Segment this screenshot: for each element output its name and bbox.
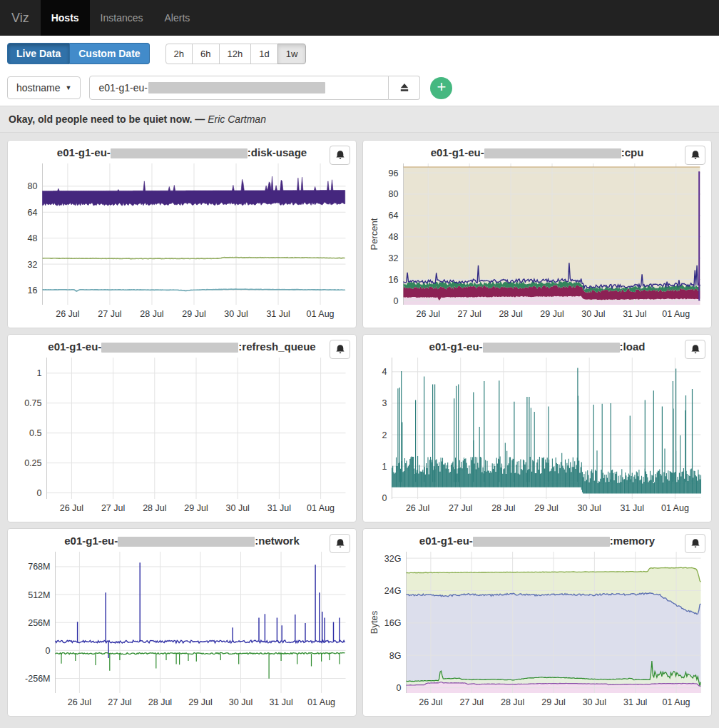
- custom-date-button[interactable]: Custom Date: [70, 43, 149, 64]
- redacted-hostname: [483, 343, 620, 353]
- alert-bell-button[interactable]: [685, 340, 705, 359]
- bell-icon: [690, 150, 701, 161]
- svg-text:0: 0: [397, 683, 402, 693]
- svg-text:48: 48: [389, 232, 399, 242]
- svg-text:27 Jul: 27 Jul: [460, 697, 484, 707]
- range-button-6h[interactable]: 6h: [192, 44, 219, 64]
- svg-text:1: 1: [37, 368, 42, 378]
- redacted-hostname: [473, 537, 610, 547]
- svg-text:30 Jul: 30 Jul: [581, 309, 605, 319]
- chart-title-metric: :network: [255, 535, 300, 547]
- load-hosts-button[interactable]: [389, 76, 420, 100]
- quote-bar: Okay, old people need to be quiet now. —…: [0, 106, 719, 133]
- svg-text:Percent: Percent: [369, 218, 379, 250]
- svg-text:0: 0: [37, 488, 42, 498]
- nav-tab-instances[interactable]: Instances: [90, 0, 154, 36]
- svg-text:2: 2: [382, 430, 387, 440]
- quote-separator: —: [195, 113, 208, 125]
- add-host-button[interactable]: +: [430, 77, 452, 99]
- chart-title: e01-g1-eu-:load: [429, 340, 646, 353]
- svg-text:-256M: -256M: [25, 674, 50, 684]
- redacted-hostname: [484, 148, 621, 158]
- chart-header: e01-g1-eu-:network: [14, 533, 350, 547]
- chart-grid: e01-g1-eu-:disk-usage 163248648026 Jul27…: [0, 133, 719, 724]
- chart-plot: 016324864809626 Jul27 Jul28 Jul29 Jul30 …: [369, 159, 705, 322]
- chart-title: e01-g1-eu-:disk-usage: [57, 146, 307, 158]
- chart-header: e01-g1-eu-:cpu: [369, 145, 705, 159]
- hostname-input[interactable]: e01-g1-eu-: [89, 76, 389, 100]
- chart-card: e01-g1-eu-:load 0123426 Jul27 Jul28 Jul2…: [362, 334, 712, 522]
- brand-logo[interactable]: Viz: [0, 0, 41, 36]
- svg-text:64: 64: [28, 208, 38, 218]
- svg-text:01 Aug: 01 Aug: [663, 697, 690, 707]
- nav-tab-alerts[interactable]: Alerts: [154, 0, 201, 36]
- field-selector-dropdown[interactable]: hostname ▼: [7, 76, 81, 99]
- chart-title-prefix: e01-g1-eu-: [429, 340, 483, 353]
- svg-text:24G: 24G: [384, 586, 402, 596]
- range-button-1d[interactable]: 1d: [250, 44, 277, 64]
- svg-text:01 Aug: 01 Aug: [307, 697, 335, 707]
- svg-text:28 Jul: 28 Jul: [148, 697, 172, 707]
- chart-title: e01-g1-eu-:cpu: [431, 146, 644, 158]
- plus-icon: +: [437, 77, 446, 97]
- range-button-12h[interactable]: 12h: [219, 44, 252, 64]
- chart-title: e01-g1-eu-:network: [64, 535, 300, 547]
- svg-text:26 Jul: 26 Jul: [56, 309, 79, 319]
- svg-text:32: 32: [28, 260, 38, 270]
- eject-icon: [399, 82, 410, 93]
- svg-text:27 Jul: 27 Jul: [108, 697, 131, 707]
- svg-text:0: 0: [382, 493, 387, 503]
- quote-author: Eric Cartman: [208, 113, 266, 125]
- svg-text:64: 64: [389, 211, 399, 221]
- svg-text:26 Jul: 26 Jul: [417, 309, 440, 319]
- alert-bell-button[interactable]: [330, 146, 350, 165]
- alert-bell-button[interactable]: [685, 534, 705, 553]
- chart-title-prefix: e01-g1-eu-: [419, 535, 473, 547]
- bell-icon: [335, 344, 346, 355]
- bell-icon: [335, 538, 346, 549]
- svg-text:512M: 512M: [28, 590, 50, 600]
- svg-text:80: 80: [28, 181, 38, 191]
- chart-title: e01-g1-eu-:memory: [419, 535, 655, 547]
- svg-text:0.75: 0.75: [24, 398, 41, 408]
- bell-icon: [690, 344, 701, 355]
- chart-plot: 00.250.50.75126 Jul27 Jul28 Jul29 Jul30 …: [14, 353, 350, 516]
- chart-title-metric: :cpu: [621, 146, 644, 158]
- svg-text:29 Jul: 29 Jul: [541, 697, 565, 707]
- svg-text:3: 3: [382, 398, 387, 408]
- svg-text:31 Jul: 31 Jul: [266, 309, 290, 319]
- live-data-button[interactable]: Live Data: [7, 43, 70, 64]
- top-navbar: Viz HostsInstancesAlerts: [0, 0, 719, 36]
- svg-text:27 Jul: 27 Jul: [457, 309, 481, 319]
- range-button-1w[interactable]: 1w: [277, 44, 307, 64]
- svg-text:31 Jul: 31 Jul: [267, 503, 291, 513]
- svg-text:Bytes: Bytes: [369, 610, 379, 634]
- svg-text:26 Jul: 26 Jul: [68, 697, 91, 707]
- svg-text:26 Jul: 26 Jul: [419, 697, 442, 707]
- range-button-2h[interactable]: 2h: [165, 44, 193, 64]
- range-button-group: 2h6h12h1d1w: [165, 44, 307, 64]
- svg-text:31 Jul: 31 Jul: [623, 697, 647, 707]
- chart-plot: -256M0256M512M768M26 Jul27 Jul28 Jul29 J…: [14, 547, 350, 710]
- alert-bell-button[interactable]: [330, 340, 350, 359]
- alert-bell-button[interactable]: [330, 534, 350, 553]
- svg-text:16G: 16G: [384, 618, 402, 628]
- chart-card: e01-g1-eu-:memory 08G16G24G32G26 Jul27 J…: [362, 528, 712, 717]
- redacted-hostname-value: [148, 82, 325, 93]
- chart-title-prefix: e01-g1-eu-: [48, 340, 101, 353]
- chart-header: e01-g1-eu-:refresh_queue: [14, 339, 350, 353]
- nav-tab-hosts[interactable]: Hosts: [41, 0, 90, 36]
- svg-text:28 Jul: 28 Jul: [491, 503, 515, 513]
- chart-plot: 163248648026 Jul27 Jul28 Jul29 Jul30 Jul…: [14, 159, 350, 322]
- chart-title-prefix: e01-g1-eu-: [64, 535, 118, 547]
- svg-text:0.5: 0.5: [29, 428, 41, 438]
- hostname-input-group: e01-g1-eu-: [89, 76, 420, 100]
- svg-text:29 Jul: 29 Jul: [188, 697, 212, 707]
- chart-card: e01-g1-eu-:refresh_queue 00.250.50.75126…: [7, 334, 357, 522]
- alert-bell-button[interactable]: [685, 146, 705, 165]
- chart-title-prefix: e01-g1-eu-: [57, 146, 111, 158]
- chart-plot: 08G16G24G32G26 Jul27 Jul28 Jul29 Jul30 J…: [369, 547, 705, 710]
- mode-button-group: Live Data Custom Date: [7, 43, 150, 64]
- chart-title-metric: :refresh_queue: [238, 340, 315, 353]
- svg-text:80: 80: [389, 189, 399, 199]
